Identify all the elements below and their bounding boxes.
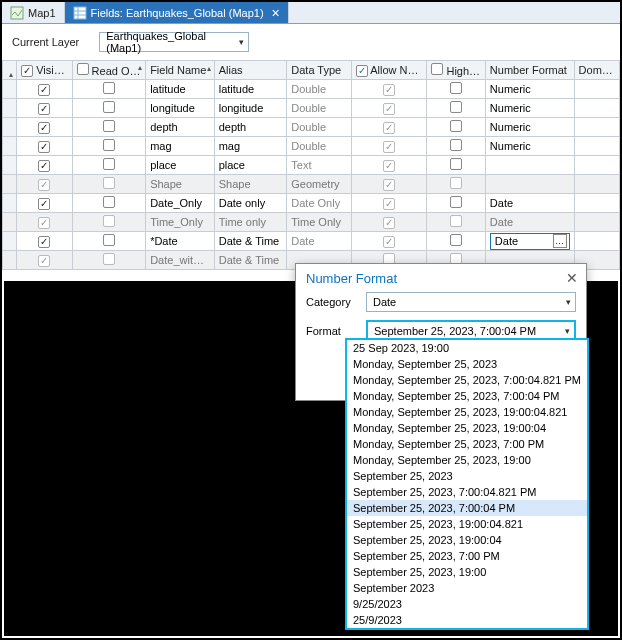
header-fieldname[interactable]: Field Name▴ [146, 61, 215, 80]
datatype-cell[interactable]: Date [287, 232, 352, 251]
readonly-checkbox[interactable] [103, 139, 115, 151]
field-name-cell[interactable]: Time_Only [146, 213, 215, 232]
datatype-cell[interactable]: Double [287, 118, 352, 137]
table-row[interactable]: Time_Only Time only Time Only Date [3, 213, 620, 232]
highlight-checkbox[interactable] [450, 120, 462, 132]
alias-cell[interactable]: place [214, 156, 287, 175]
checkbox-icon[interactable] [356, 65, 368, 77]
current-layer-combo[interactable]: Earthquakes_Global (Map1) ▾ [99, 32, 249, 52]
field-name-cell[interactable]: longitude [146, 99, 215, 118]
checkbox-icon[interactable] [21, 65, 33, 77]
allow-null-checkbox[interactable] [383, 103, 395, 115]
format-option[interactable]: 9/25/2023 [347, 596, 587, 612]
row-selector[interactable] [3, 232, 17, 251]
number-format-cell[interactable]: Date… [485, 232, 574, 251]
highlight-checkbox[interactable] [450, 215, 462, 227]
format-option[interactable]: September 25, 2023, 7:00:04.821 PM [347, 484, 587, 500]
table-row[interactable]: mag mag Double Numeric [3, 137, 620, 156]
format-option[interactable]: Monday, September 25, 2023, 7:00:04.821 … [347, 372, 587, 388]
header-domain[interactable]: Domain [574, 61, 619, 80]
domain-cell[interactable] [574, 118, 619, 137]
table-row[interactable]: Date_Only Date only Date Only Date [3, 194, 620, 213]
allow-null-checkbox[interactable] [383, 160, 395, 172]
highlight-checkbox[interactable] [450, 101, 462, 113]
alias-cell[interactable]: latitude [214, 80, 287, 99]
format-option[interactable]: Monday, September 25, 2023, 19:00 [347, 452, 587, 468]
header-datatype[interactable]: Data Type [287, 61, 352, 80]
row-selector[interactable] [3, 99, 17, 118]
visible-checkbox[interactable] [38, 141, 50, 153]
header-highlight[interactable]: Highlight [427, 61, 485, 80]
allow-null-checkbox[interactable] [383, 122, 395, 134]
row-selector[interactable] [3, 80, 17, 99]
allow-null-checkbox[interactable] [383, 179, 395, 191]
checkbox-icon[interactable] [77, 63, 89, 75]
alias-cell[interactable]: Date & Time [214, 232, 287, 251]
readonly-checkbox[interactable] [103, 253, 115, 265]
datatype-cell[interactable]: Double [287, 80, 352, 99]
table-row[interactable]: latitude latitude Double Numeric [3, 80, 620, 99]
readonly-checkbox[interactable] [103, 101, 115, 113]
field-name-cell[interactable]: Shape [146, 175, 215, 194]
table-row[interactable]: longitude longitude Double Numeric [3, 99, 620, 118]
readonly-checkbox[interactable] [103, 215, 115, 227]
domain-cell[interactable] [574, 80, 619, 99]
row-selector[interactable] [3, 251, 17, 270]
alias-cell[interactable]: mag [214, 137, 287, 156]
header-visible[interactable]: Visible [17, 61, 72, 80]
highlight-checkbox[interactable] [450, 139, 462, 151]
close-icon[interactable]: ✕ [566, 270, 578, 286]
row-selector[interactable] [3, 118, 17, 137]
domain-cell[interactable] [574, 232, 619, 251]
alias-cell[interactable]: Time only [214, 213, 287, 232]
highlight-checkbox[interactable] [450, 82, 462, 94]
readonly-checkbox[interactable] [103, 158, 115, 170]
format-option[interactable]: September 2023 [347, 580, 587, 596]
field-name-cell[interactable]: Date_with_TZ [146, 251, 215, 270]
datatype-cell[interactable]: Time Only [287, 213, 352, 232]
field-name-cell[interactable]: depth [146, 118, 215, 137]
datatype-cell[interactable]: Double [287, 137, 352, 156]
format-option[interactable]: September 25, 2023, 19:00 [347, 564, 587, 580]
number-format-cell[interactable]: Date [485, 194, 574, 213]
allow-null-checkbox[interactable] [383, 84, 395, 96]
datatype-cell[interactable]: Double [287, 99, 352, 118]
header-rowselector[interactable]: ▴ [3, 61, 17, 80]
field-name-cell[interactable]: latitude [146, 80, 215, 99]
number-format-cell[interactable]: Numeric [485, 118, 574, 137]
header-readonly[interactable]: Read Only▴ [72, 61, 146, 80]
alias-cell[interactable]: depth [214, 118, 287, 137]
highlight-checkbox[interactable] [450, 196, 462, 208]
row-selector[interactable] [3, 194, 17, 213]
table-row[interactable]: *Date Date & Time Date Date… [3, 232, 620, 251]
highlight-checkbox[interactable] [450, 177, 462, 189]
visible-checkbox[interactable] [38, 236, 50, 248]
visible-checkbox[interactable] [38, 179, 50, 191]
row-selector[interactable] [3, 175, 17, 194]
format-dropdown[interactable]: 25 Sep 2023, 19:00Monday, September 25, … [345, 338, 589, 630]
datatype-cell[interactable]: Geometry [287, 175, 352, 194]
visible-checkbox[interactable] [38, 198, 50, 210]
visible-checkbox[interactable] [38, 217, 50, 229]
format-option[interactable]: September 25, 2023, 19:00:04 [347, 532, 587, 548]
format-option[interactable]: 25 Sep 2023, 19:00 [347, 340, 587, 356]
table-row[interactable]: place place Text [3, 156, 620, 175]
number-format-cell[interactable] [485, 156, 574, 175]
format-option[interactable]: September 25, 2023, 19:00:04.821 [347, 516, 587, 532]
close-icon[interactable]: × [272, 6, 280, 20]
datatype-cell[interactable]: Text [287, 156, 352, 175]
number-format-cell-selected[interactable]: Date… [490, 233, 570, 250]
format-option[interactable]: Monday, September 25, 2023, 7:00:04 PM [347, 388, 587, 404]
alias-cell[interactable]: Shape [214, 175, 287, 194]
visible-checkbox[interactable] [38, 160, 50, 172]
number-format-cell[interactable]: Numeric [485, 99, 574, 118]
format-option[interactable]: September 25, 2023 [347, 468, 587, 484]
field-name-cell[interactable]: place [146, 156, 215, 175]
number-format-cell[interactable]: Date [485, 213, 574, 232]
highlight-checkbox[interactable] [450, 234, 462, 246]
domain-cell[interactable] [574, 175, 619, 194]
format-option[interactable]: 25/9/2023 [347, 612, 587, 628]
table-row[interactable]: Shape Shape Geometry [3, 175, 620, 194]
row-selector[interactable] [3, 137, 17, 156]
tab-map[interactable]: Map1 [2, 2, 65, 23]
